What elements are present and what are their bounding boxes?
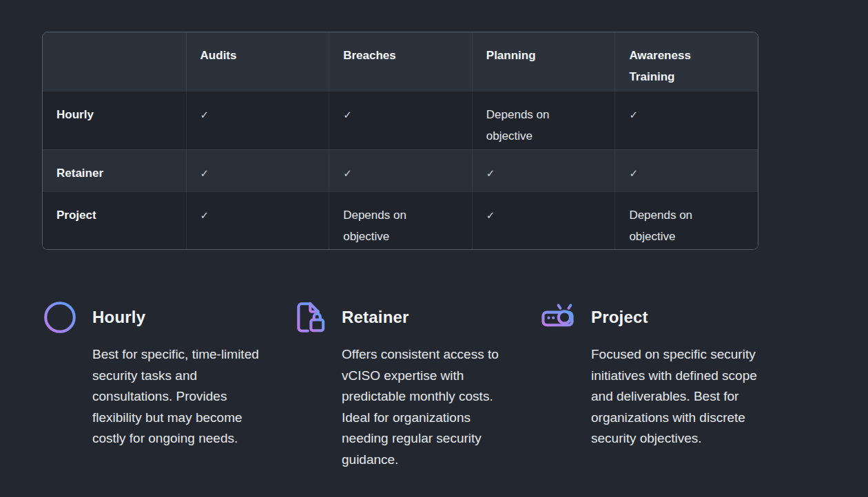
table-cell-hourly-breaches: ✓: [329, 91, 472, 149]
table-cell-retainer-awareness: ✓: [614, 149, 758, 191]
table-row-label-retainer: Retainer: [43, 149, 186, 191]
table-cell-hourly-awareness: ✓: [614, 91, 758, 149]
table-row-label-project: Project: [43, 191, 186, 249]
card-description: Offers consistent access to vCISO expert…: [342, 344, 509, 470]
table-cell-project-breaches: Depends on objective: [329, 191, 472, 249]
file-lock-icon: [291, 299, 327, 335]
table-cell-retainer-breaches: ✓: [329, 149, 472, 191]
card-description: Best for specific, time-limited security…: [92, 344, 260, 470]
table-header-audits: Audits: [186, 32, 329, 91]
service-comparison-table: Audits Breaches Planning Awareness Train…: [42, 32, 758, 250]
card-title: Project: [591, 308, 758, 327]
table-header-awareness-training: Awareness Training: [614, 32, 758, 91]
engagement-model-cards: Hourly Best for specific, time-limited s…: [42, 299, 758, 470]
card-description: Focused on specific security initiatives…: [591, 344, 758, 470]
table-cell-project-awareness: Depends on objective: [614, 191, 758, 249]
table-cell-hourly-audits: ✓: [186, 91, 329, 149]
projector-icon: [541, 299, 577, 335]
table-cell-retainer-planning: ✓: [472, 149, 615, 191]
table-cell-retainer-audits: ✓: [186, 149, 329, 191]
card-title: Hourly: [92, 308, 260, 327]
table-row-label-hourly: Hourly: [43, 91, 186, 149]
card-title: Retainer: [342, 308, 509, 327]
card-retainer: Retainer Offers consistent access to vCI…: [291, 299, 509, 470]
table-header-breaches: Breaches: [329, 32, 472, 91]
clock-icon: [42, 299, 78, 335]
table-cell-project-audits: ✓: [186, 191, 329, 249]
table-header-planning: Planning: [472, 32, 615, 91]
table-cell-project-planning: ✓: [472, 191, 615, 249]
card-hourly: Hourly Best for specific, time-limited s…: [42, 299, 260, 470]
page-content: Audits Breaches Planning Awareness Train…: [42, 32, 758, 470]
card-project: Project Focused on specific security ini…: [541, 299, 758, 470]
table-cell-hourly-planning: Depends on objective: [472, 91, 615, 149]
table-header-empty: [43, 32, 186, 91]
